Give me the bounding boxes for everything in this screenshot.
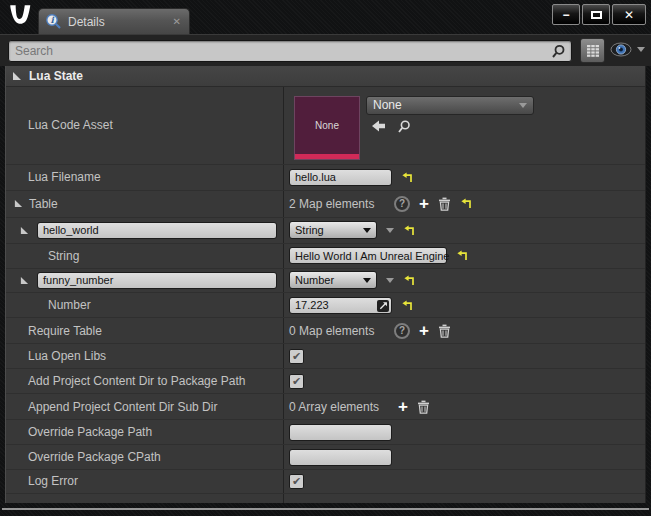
reset-to-default-icon[interactable]: [401, 300, 413, 311]
use-selected-asset-button[interactable]: [372, 120, 387, 134]
details-window: i Details ✕ − ✕: [0, 0, 651, 516]
reset-to-default-icon[interactable]: [460, 198, 472, 209]
asset-type-color-strip: [295, 154, 359, 159]
override-package-cpath-input[interactable]: [289, 449, 392, 466]
empty-trash-icon[interactable]: [438, 324, 451, 338]
view-options-button[interactable]: [610, 42, 645, 57]
reset-to-default-icon[interactable]: [456, 250, 468, 261]
property-label: Lua Code Asset: [6, 87, 284, 164]
property-row-number-value: Number 17.223: [6, 293, 645, 318]
unreal-engine-logo-icon: [7, 2, 33, 30]
maximize-button[interactable]: [582, 4, 610, 25]
property-label: String: [48, 249, 79, 263]
add-element-button[interactable]: +: [419, 324, 429, 338]
minimize-icon: −: [562, 8, 569, 22]
property-label: Override Package CPath: [28, 450, 161, 464]
search-box[interactable]: [8, 40, 572, 62]
property-label: Append Project Content Dir Sub Dir: [28, 400, 217, 414]
asset-select-dropdown[interactable]: None: [366, 96, 534, 115]
chevron-down-icon: [363, 278, 371, 283]
property-label: Table: [29, 197, 58, 211]
map-elements-count: 2 Map elements: [289, 197, 394, 211]
asset-thumbnail[interactable]: None: [294, 96, 360, 160]
map-key-input[interactable]: hello_world: [37, 222, 277, 239]
reset-to-default-icon[interactable]: [401, 172, 413, 183]
expand-icon[interactable]: [20, 276, 29, 285]
lua-open-libs-checkbox[interactable]: ✔: [289, 349, 304, 364]
chevron-down-icon: [519, 103, 527, 108]
property-row-string-value: String Hello World I Am Unreal Engine: [6, 244, 645, 269]
override-package-path-input[interactable]: [289, 424, 392, 441]
details-toolbar: [0, 34, 651, 66]
add-project-content-dir-checkbox[interactable]: ✔: [289, 374, 304, 389]
property-label: Override Package Path: [28, 425, 152, 439]
property-row-override-package-cpath: Override Package CPath: [6, 445, 645, 470]
reset-to-default-icon[interactable]: [403, 225, 415, 236]
string-value-input[interactable]: Hello World I Am Unreal Engine: [289, 247, 447, 264]
minimize-button[interactable]: −: [552, 4, 580, 25]
property-row-lua-code-asset: Lua Code Asset None None: [6, 87, 645, 165]
asset-select-value: None: [373, 98, 402, 112]
maximize-icon: [591, 11, 602, 19]
element-options-dropdown-icon[interactable]: [386, 278, 394, 283]
property-label: Require Table: [28, 324, 102, 338]
map-elements-count: 0 Map elements: [289, 324, 394, 338]
property-row-table: Table 2 Map elements ? +: [6, 191, 645, 218]
category-label: Lua State: [29, 69, 83, 83]
tab-close-icon[interactable]: ✕: [173, 16, 181, 27]
window-resize-border[interactable]: [2, 508, 649, 510]
tab-details-label: Details: [68, 15, 167, 29]
property-row-lua-open-libs: Lua Open Libs ✔: [6, 344, 645, 369]
search-icon: [551, 44, 566, 59]
eye-icon: [610, 42, 633, 57]
array-elements-count: 0 Array elements: [289, 400, 389, 414]
empty-trash-icon[interactable]: [417, 400, 430, 414]
browse-to-asset-button[interactable]: [397, 120, 411, 134]
expand-icon[interactable]: [14, 199, 23, 208]
asset-thumbnail-label: None: [295, 97, 359, 154]
title-bar: i Details ✕ − ✕: [0, 0, 651, 34]
property-label: Lua Open Libs: [28, 349, 106, 363]
number-value-input[interactable]: 17.223: [289, 297, 392, 314]
property-row-log-error: Log Error ✔: [6, 470, 645, 494]
add-element-button[interactable]: +: [398, 400, 408, 414]
asset-picker: None None: [284, 87, 645, 164]
property-row-add-project-content-dir: Add Project Content Dir to Package Path …: [6, 369, 645, 394]
chevron-down-icon: [363, 228, 371, 233]
help-icon[interactable]: ?: [394, 323, 410, 339]
close-icon: ✕: [624, 8, 634, 22]
help-icon[interactable]: ?: [394, 196, 410, 212]
expand-icon[interactable]: [20, 226, 29, 235]
value-type-dropdown[interactable]: Number: [289, 271, 377, 289]
chevron-down-icon: [637, 47, 645, 52]
details-tab-icon: i: [45, 13, 62, 30]
log-error-checkbox[interactable]: ✔: [289, 474, 304, 489]
property-row-lua-filename: Lua Filename hello.lua: [6, 165, 645, 191]
property-label: Log Error: [28, 474, 78, 488]
map-entry-row-funny-number: funny_number Number: [6, 269, 645, 294]
property-label: Lua Filename: [28, 170, 101, 184]
map-key-input[interactable]: funny_number: [37, 272, 277, 289]
property-row-override-package-path: Override Package Path: [6, 420, 645, 445]
property-row-require-table: Require Table 0 Map elements ? +: [6, 318, 645, 344]
map-entry-row-hello-world: hello_world String: [6, 218, 645, 244]
panel-filler: [6, 494, 645, 503]
category-lua-state[interactable]: Lua State: [6, 66, 645, 87]
value-type-dropdown[interactable]: String: [289, 221, 377, 239]
empty-trash-icon[interactable]: [438, 197, 451, 211]
property-label: Add Project Content Dir to Package Path: [28, 374, 245, 388]
search-input[interactable]: [15, 41, 545, 61]
tab-details[interactable]: i Details ✕: [38, 8, 190, 34]
grid-icon: [586, 44, 600, 58]
details-panel: Lua State Lua Code Asset None None: [5, 66, 646, 503]
element-options-dropdown-icon[interactable]: [386, 228, 394, 233]
lua-filename-input[interactable]: hello.lua: [289, 169, 392, 186]
reset-to-default-icon[interactable]: [403, 275, 415, 286]
value-drag-handle-icon[interactable]: [377, 300, 389, 312]
close-button[interactable]: ✕: [612, 4, 646, 25]
add-element-button[interactable]: +: [419, 197, 429, 211]
window-controls: − ✕: [552, 4, 646, 25]
display-mode-button[interactable]: [580, 38, 605, 63]
category-expand-icon[interactable]: [12, 71, 22, 81]
property-row-append-project-content-dir: Append Project Content Dir Sub Dir 0 Arr…: [6, 394, 645, 420]
